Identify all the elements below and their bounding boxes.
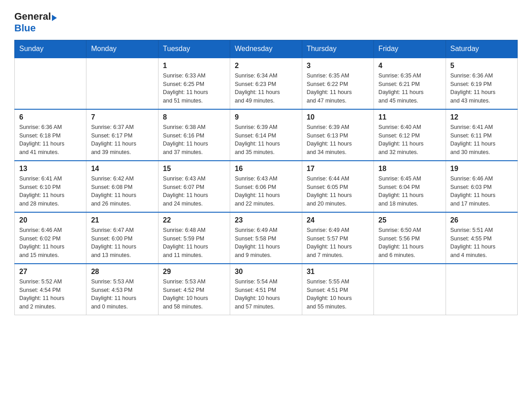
day-number: 24 (307, 216, 369, 224)
day-number: 19 (450, 165, 513, 173)
weekday-header-friday: Friday (374, 40, 446, 58)
weekday-header-thursday: Thursday (302, 40, 373, 58)
day-info: Sunrise: 6:38 AM Sunset: 6:16 PM Dayligh… (163, 123, 225, 157)
day-number: 3 (307, 62, 369, 70)
calendar-cell: 7Sunrise: 6:37 AM Sunset: 6:17 PM Daylig… (86, 109, 158, 161)
day-info: Sunrise: 6:47 AM Sunset: 6:00 PM Dayligh… (91, 226, 153, 260)
calendar-cell (374, 264, 446, 315)
day-info: Sunrise: 5:54 AM Sunset: 4:51 PM Dayligh… (235, 278, 297, 311)
calendar-cell (446, 264, 517, 315)
calendar-cell: 5Sunrise: 6:36 AM Sunset: 6:19 PM Daylig… (446, 58, 517, 109)
calendar-cell: 29Sunrise: 5:53 AM Sunset: 4:52 PM Dayli… (158, 264, 230, 315)
day-number: 7 (91, 113, 153, 121)
day-info: Sunrise: 6:39 AM Sunset: 6:14 PM Dayligh… (235, 123, 297, 157)
calendar-cell (86, 58, 158, 109)
day-info: Sunrise: 5:53 AM Sunset: 4:53 PM Dayligh… (91, 278, 153, 311)
day-info: Sunrise: 6:45 AM Sunset: 6:04 PM Dayligh… (378, 175, 441, 208)
week-row-2: 6Sunrise: 6:36 AM Sunset: 6:18 PM Daylig… (15, 109, 518, 161)
calendar-cell: 8Sunrise: 6:38 AM Sunset: 6:16 PM Daylig… (158, 109, 230, 161)
calendar-cell: 30Sunrise: 5:54 AM Sunset: 4:51 PM Dayli… (230, 264, 302, 315)
day-number: 5 (450, 62, 513, 70)
calendar-cell: 15Sunrise: 6:43 AM Sunset: 6:07 PM Dayli… (158, 161, 230, 212)
week-row-1: 1Sunrise: 6:33 AM Sunset: 6:25 PM Daylig… (15, 58, 518, 109)
day-info: Sunrise: 6:40 AM Sunset: 6:12 PM Dayligh… (378, 123, 441, 157)
calendar-cell: 10Sunrise: 6:39 AM Sunset: 6:13 PM Dayli… (302, 109, 373, 161)
calendar-cell: 9Sunrise: 6:39 AM Sunset: 6:14 PM Daylig… (230, 109, 302, 161)
calendar-cell: 26Sunrise: 5:51 AM Sunset: 4:55 PM Dayli… (446, 212, 517, 264)
day-number: 11 (378, 113, 441, 121)
day-info: Sunrise: 6:33 AM Sunset: 6:25 PM Dayligh… (163, 72, 225, 105)
weekday-header-row: SundayMondayTuesdayWednesdayThursdayFrid… (15, 40, 518, 58)
logo-triangle-icon (52, 15, 57, 21)
calendar-cell: 20Sunrise: 6:46 AM Sunset: 6:02 PM Dayli… (15, 212, 86, 264)
weekday-header-monday: Monday (86, 40, 158, 58)
calendar-cell: 22Sunrise: 6:48 AM Sunset: 5:59 PM Dayli… (158, 212, 230, 264)
day-info: Sunrise: 6:43 AM Sunset: 6:07 PM Dayligh… (163, 175, 225, 208)
day-number: 29 (163, 268, 225, 276)
day-number: 30 (235, 268, 297, 276)
calendar-cell: 31Sunrise: 5:55 AM Sunset: 4:51 PM Dayli… (302, 264, 373, 315)
day-number: 31 (307, 268, 369, 276)
calendar-cell: 13Sunrise: 6:41 AM Sunset: 6:10 PM Dayli… (15, 161, 86, 212)
day-number: 18 (378, 165, 441, 173)
day-number: 26 (450, 216, 513, 224)
day-number: 22 (163, 216, 225, 224)
day-number: 28 (91, 268, 153, 276)
day-number: 6 (19, 113, 82, 121)
day-info: Sunrise: 6:41 AM Sunset: 6:11 PM Dayligh… (450, 123, 513, 157)
calendar-cell: 24Sunrise: 6:49 AM Sunset: 5:57 PM Dayli… (302, 212, 373, 264)
calendar-cell: 2Sunrise: 6:34 AM Sunset: 6:23 PM Daylig… (230, 58, 302, 109)
calendar-cell: 25Sunrise: 6:50 AM Sunset: 5:56 PM Dayli… (374, 212, 446, 264)
day-number: 13 (19, 165, 82, 173)
calendar-cell: 19Sunrise: 6:46 AM Sunset: 6:03 PM Dayli… (446, 161, 517, 212)
calendar-cell: 4Sunrise: 6:35 AM Sunset: 6:21 PM Daylig… (374, 58, 446, 109)
calendar-cell: 16Sunrise: 6:43 AM Sunset: 6:06 PM Dayli… (230, 161, 302, 212)
day-info: Sunrise: 5:55 AM Sunset: 4:51 PM Dayligh… (307, 278, 369, 311)
calendar-cell: 1Sunrise: 6:33 AM Sunset: 6:25 PM Daylig… (158, 58, 230, 109)
calendar-cell: 12Sunrise: 6:41 AM Sunset: 6:11 PM Dayli… (446, 109, 517, 161)
day-info: Sunrise: 6:50 AM Sunset: 5:56 PM Dayligh… (378, 226, 441, 260)
week-row-4: 20Sunrise: 6:46 AM Sunset: 6:02 PM Dayli… (15, 212, 518, 264)
calendar-cell (15, 58, 86, 109)
day-number: 17 (307, 165, 369, 173)
calendar-cell: 17Sunrise: 6:44 AM Sunset: 6:05 PM Dayli… (302, 161, 373, 212)
day-number: 21 (91, 216, 153, 224)
weekday-header-sunday: Sunday (15, 40, 86, 58)
day-number: 10 (307, 113, 369, 121)
week-row-5: 27Sunrise: 5:52 AM Sunset: 4:54 PM Dayli… (15, 264, 518, 315)
day-number: 16 (235, 165, 297, 173)
calendar-cell: 27Sunrise: 5:52 AM Sunset: 4:54 PM Dayli… (15, 264, 86, 315)
day-info: Sunrise: 6:35 AM Sunset: 6:22 PM Dayligh… (307, 72, 369, 105)
calendar-cell: 28Sunrise: 5:53 AM Sunset: 4:53 PM Dayli… (86, 264, 158, 315)
day-info: Sunrise: 6:44 AM Sunset: 6:05 PM Dayligh… (307, 175, 369, 208)
calendar-cell: 6Sunrise: 6:36 AM Sunset: 6:18 PM Daylig… (15, 109, 86, 161)
day-info: Sunrise: 5:51 AM Sunset: 4:55 PM Dayligh… (450, 226, 513, 260)
day-info: Sunrise: 6:49 AM Sunset: 5:57 PM Dayligh… (307, 226, 369, 260)
day-info: Sunrise: 5:53 AM Sunset: 4:52 PM Dayligh… (163, 278, 225, 311)
calendar-cell: 18Sunrise: 6:45 AM Sunset: 6:04 PM Dayli… (374, 161, 446, 212)
day-info: Sunrise: 6:35 AM Sunset: 6:21 PM Dayligh… (378, 72, 441, 105)
day-info: Sunrise: 6:37 AM Sunset: 6:17 PM Dayligh… (91, 123, 153, 157)
day-info: Sunrise: 5:52 AM Sunset: 4:54 PM Dayligh… (19, 278, 82, 311)
day-info: Sunrise: 6:42 AM Sunset: 6:08 PM Dayligh… (91, 175, 153, 208)
day-info: Sunrise: 6:46 AM Sunset: 6:02 PM Dayligh… (19, 226, 82, 260)
logo-blue-text: Blue (14, 22, 36, 34)
weekday-header-wednesday: Wednesday (230, 40, 302, 58)
day-number: 25 (378, 216, 441, 224)
day-info: Sunrise: 6:48 AM Sunset: 5:59 PM Dayligh… (163, 226, 225, 260)
day-info: Sunrise: 6:49 AM Sunset: 5:58 PM Dayligh… (235, 226, 297, 260)
day-number: 20 (19, 216, 82, 224)
day-info: Sunrise: 6:41 AM Sunset: 6:10 PM Dayligh… (19, 175, 82, 208)
day-info: Sunrise: 6:46 AM Sunset: 6:03 PM Dayligh… (450, 175, 513, 208)
calendar-table: SundayMondayTuesdayWednesdayThursdayFrid… (14, 40, 518, 315)
calendar-cell: 21Sunrise: 6:47 AM Sunset: 6:00 PM Dayli… (86, 212, 158, 264)
day-info: Sunrise: 6:39 AM Sunset: 6:13 PM Dayligh… (307, 123, 369, 157)
day-number: 1 (163, 62, 225, 70)
calendar-cell: 14Sunrise: 6:42 AM Sunset: 6:08 PM Dayli… (86, 161, 158, 212)
day-info: Sunrise: 6:34 AM Sunset: 6:23 PM Dayligh… (235, 72, 297, 105)
logo: General Blue (14, 11, 57, 34)
day-number: 2 (235, 62, 297, 70)
weekday-header-tuesday: Tuesday (158, 40, 230, 58)
day-info: Sunrise: 6:43 AM Sunset: 6:06 PM Dayligh… (235, 175, 297, 208)
day-number: 8 (163, 113, 225, 121)
